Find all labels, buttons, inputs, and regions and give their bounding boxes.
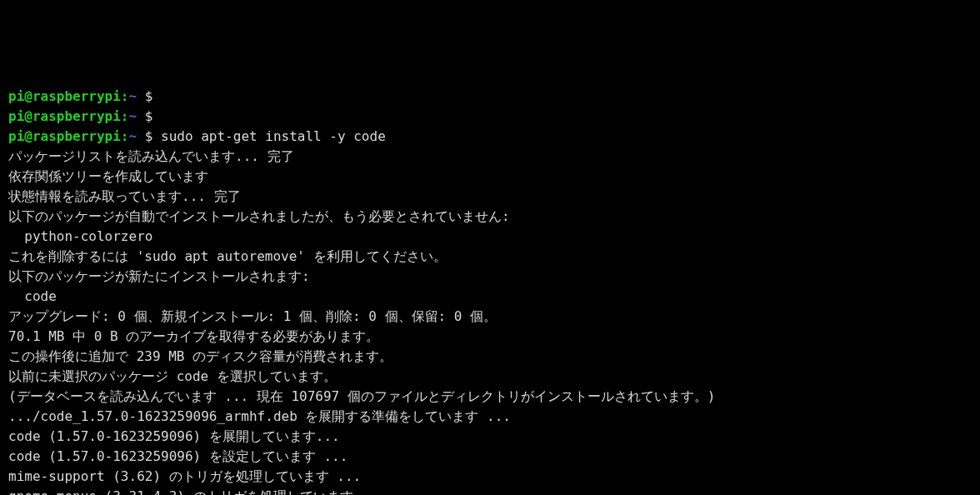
user-host: pi@raspberrypi xyxy=(8,128,121,144)
output-line: (データベースを読み込んでいます ... 現在 107697 個のファイルとディ… xyxy=(8,387,972,407)
prompt-symbol: $ xyxy=(137,108,161,124)
output-line: mime-support (3.62) のトリガを処理しています ... xyxy=(8,467,972,487)
output-line: これを削除するには 'sudo apt autoremove' を利用してくださ… xyxy=(8,247,972,267)
prompt-path: ~ xyxy=(129,128,138,144)
prompt-colon: : xyxy=(121,128,129,144)
output-line: 依存関係ツリーを作成しています xyxy=(8,167,972,187)
prompt-symbol: $ xyxy=(137,88,161,104)
terminal-output[interactable]: pi@raspberrypi:~ $ pi@raspberrypi:~ $ pi… xyxy=(8,87,972,495)
prompt-path: ~ xyxy=(129,108,138,124)
output-line: .../code_1.57.0-1623259096_armhf.deb を展開… xyxy=(8,407,972,427)
output-line: 以前に未選択のパッケージ code を選択しています。 xyxy=(8,367,972,387)
output-line: gnome-menus (3.31.4-3) のトリガを処理しています ... xyxy=(8,487,972,495)
output-line: code (1.57.0-1623259096) を展開しています... xyxy=(8,427,972,447)
output-line: 以下のパッケージが新たにインストールされます: xyxy=(8,267,972,287)
output-line: この操作後に追加で 239 MB のディスク容量が消費されます。 xyxy=(8,347,972,367)
output-line: python-colorzero xyxy=(8,227,972,247)
prompt-symbol: $ xyxy=(137,128,161,144)
user-host: pi@raspberrypi xyxy=(8,88,121,104)
user-host: pi@raspberrypi xyxy=(8,108,121,124)
command-text: sudo apt-get install -y code xyxy=(161,128,386,144)
output-line: code (1.57.0-1623259096) を設定しています ... xyxy=(8,447,972,467)
output-line: 以下のパッケージが自動でインストールされましたが、もう必要とされていません: xyxy=(8,207,972,227)
output-line: パッケージリストを読み込んでいます... 完了 xyxy=(8,147,972,167)
prompt-colon: : xyxy=(121,88,129,104)
prompt-colon: : xyxy=(121,108,129,124)
prompt-line: pi@raspberrypi:~ $ sudo apt-get install … xyxy=(8,127,972,147)
output-line: code xyxy=(8,287,972,307)
output-line: アップグレード: 0 個、新規インストール: 1 個、削除: 0 個、保留: 0… xyxy=(8,307,972,327)
output-line: 状態情報を読み取っています... 完了 xyxy=(8,187,972,207)
prompt-path: ~ xyxy=(129,88,138,104)
prompt-line: pi@raspberrypi:~ $ xyxy=(8,107,972,127)
output-line: 70.1 MB 中 0 B のアーカイブを取得する必要があります。 xyxy=(8,327,972,347)
prompt-line: pi@raspberrypi:~ $ xyxy=(8,87,972,107)
